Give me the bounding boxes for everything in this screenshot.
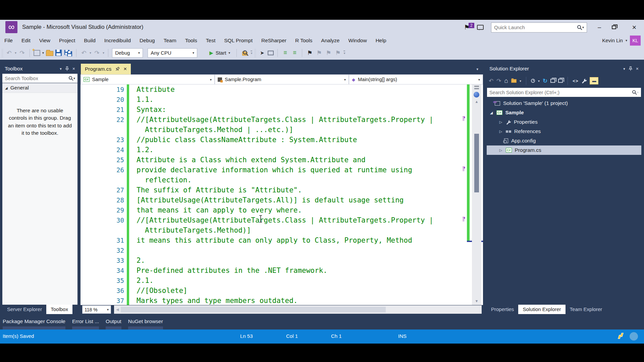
tree-item-program-cs[interactable]: ▷C#Program.cs bbox=[487, 145, 641, 155]
user-avatar[interactable]: KL bbox=[630, 36, 641, 46]
code-line[interactable]: 31it means this attribute can only apply… bbox=[80, 235, 483, 245]
find-in-files-icon[interactable] bbox=[240, 49, 249, 57]
notifications-flag-icon[interactable]: ⚑ 2 bbox=[464, 23, 470, 31]
panel-tab-error-list[interactable]: Error List ... bbox=[72, 318, 99, 324]
solution-explorer-pin-icon[interactable] bbox=[629, 66, 633, 71]
navigate-back-icon[interactable]: ↶ bbox=[5, 49, 13, 57]
toolbar-grip[interactable] bbox=[1, 49, 3, 57]
code-line[interactable]: 22//[AttributeUsage(AttributeTargets.Cla… bbox=[80, 115, 483, 125]
redo-icon[interactable]: ↷ bbox=[93, 49, 101, 57]
start-debug-button[interactable]: ▶ Start ▾ bbox=[207, 50, 233, 56]
menu-item-file[interactable]: File bbox=[0, 35, 17, 46]
toolbox-close-icon[interactable]: × bbox=[72, 66, 75, 71]
menu-item-project[interactable]: Project bbox=[55, 35, 79, 46]
se-preview-selected-items-button[interactable]: ▬ bbox=[590, 77, 598, 84]
solution-configuration-select[interactable]: Debug ▾ bbox=[112, 48, 143, 58]
menu-item-incredibuild[interactable]: Incredibuild bbox=[100, 35, 135, 46]
solution-explorer-search-input[interactable] bbox=[489, 90, 632, 95]
quick-launch-caret-icon[interactable]: ▾ bbox=[582, 25, 584, 29]
se-properties-icon[interactable] bbox=[581, 78, 587, 83]
code-editor[interactable]: 19Attribute201.1.21Syntax:22//[Attribute… bbox=[80, 84, 483, 305]
se-view-code-icon[interactable]: <> bbox=[573, 78, 578, 83]
open-file-icon[interactable] bbox=[46, 51, 53, 56]
scroll-down-icon[interactable]: ▼ bbox=[472, 299, 481, 303]
increase-indent-icon[interactable]: ≡ bbox=[291, 49, 298, 56]
status-character[interactable]: Ch 1 bbox=[331, 333, 342, 339]
se-home-icon[interactable]: ⌂ bbox=[504, 77, 508, 84]
se-pending-changes-filter-icon[interactable] bbox=[531, 79, 535, 83]
tab-list-caret-icon[interactable]: ▾ bbox=[476, 67, 478, 71]
code-line[interactable]: 332. bbox=[80, 255, 483, 265]
se-search-caret-icon[interactable]: ▾ bbox=[637, 90, 639, 94]
scroll-up-icon[interactable]: ▲ bbox=[472, 100, 481, 104]
code-line[interactable]: 352.1. bbox=[80, 276, 483, 286]
navigate-back-caret-icon[interactable]: ▾ bbox=[15, 51, 16, 55]
menu-item-window[interactable]: Window bbox=[344, 35, 371, 46]
clear-bookmarks-icon[interactable]: ⚑ bbox=[334, 49, 341, 57]
new-project-icon[interactable] bbox=[34, 50, 40, 56]
undo-caret-icon[interactable]: ▾ bbox=[90, 51, 91, 55]
toolbox-section-general[interactable]: ◢ General bbox=[2, 83, 77, 93]
code-snippet-box-icon[interactable] bbox=[268, 51, 274, 55]
menu-item-analyze[interactable]: Analyze bbox=[317, 35, 344, 46]
tab-program-cs[interactable]: Program.cs × bbox=[81, 64, 131, 74]
code-line[interactable]: AttributeTargets.Method | ...etc.)] bbox=[80, 125, 483, 135]
solution-explorer-search-box[interactable]: ▾ bbox=[487, 88, 641, 97]
menu-item-sql-prompt[interactable]: SQL Prompt bbox=[220, 35, 257, 46]
new-project-caret-icon[interactable]: ▾ bbox=[42, 51, 44, 55]
se-switch-views-icon[interactable] bbox=[511, 79, 517, 83]
code-line[interactable]: 21Syntax: bbox=[80, 105, 483, 115]
scroll-left-icon[interactable]: ◀ bbox=[114, 307, 121, 312]
undo-icon[interactable]: ↶ bbox=[80, 49, 88, 57]
code-line[interactable]: 30//[AttributeUsage(AttributeTargets.Cla… bbox=[80, 215, 483, 225]
quick-launch-box[interactable]: ▾ bbox=[491, 22, 587, 33]
redo-caret-icon[interactable]: ▾ bbox=[103, 51, 104, 55]
toolbox-search-box[interactable]: ▾ bbox=[2, 74, 77, 83]
code-line[interactable]: AttributeTargets.Method)] bbox=[80, 225, 483, 235]
se-switch-views-caret-icon[interactable]: ▾ bbox=[520, 79, 521, 83]
se-forward-icon[interactable]: ↷ bbox=[496, 77, 501, 84]
navigate-forward-icon[interactable]: ↷ bbox=[18, 49, 26, 57]
solution-explorer-menu-caret-icon[interactable]: ▾ bbox=[623, 67, 625, 71]
panel-tab-output[interactable]: Output bbox=[106, 318, 121, 324]
nav-type-select[interactable]: Sample.Program ▾ bbox=[215, 74, 349, 84]
previous-bookmark-icon[interactable]: ⚑ bbox=[315, 49, 323, 57]
collapsed-arrow-icon[interactable]: ▷ bbox=[499, 148, 503, 153]
se-refresh-icon[interactable]: ↻ bbox=[543, 77, 547, 84]
code-line[interactable]: 37Marks types and type members outdated. bbox=[80, 296, 483, 305]
menu-item-debug[interactable]: Debug bbox=[135, 35, 159, 46]
panel-tab-nuget-browser[interactable]: NuGet browser bbox=[128, 318, 163, 324]
toolbar-overflow-icon[interactable]: ▾ bbox=[343, 51, 345, 55]
nav-project-select[interactable]: C# Sample ▾ bbox=[80, 74, 215, 84]
menu-item-edit[interactable]: Edit bbox=[17, 35, 35, 46]
dock-tab-solution-explorer[interactable]: Solution Explorer bbox=[518, 305, 565, 314]
tab-close-icon[interactable]: × bbox=[123, 66, 127, 72]
minimize-button[interactable]: – bbox=[594, 24, 604, 31]
tree-item-references[interactable]: ▷References bbox=[487, 127, 641, 136]
restore-button[interactable] bbox=[612, 25, 622, 29]
save-icon[interactable] bbox=[55, 50, 62, 56]
status-line[interactable]: Ln 53 bbox=[240, 333, 253, 339]
select-pointer-icon[interactable]: ➤ bbox=[258, 50, 266, 56]
menu-item-resharper[interactable]: ReSharper bbox=[257, 35, 291, 46]
menu-item-team[interactable]: Team bbox=[159, 35, 181, 46]
start-caret-icon[interactable]: ▾ bbox=[228, 51, 230, 55]
user-name[interactable]: Kevin Lin bbox=[602, 38, 623, 43]
save-all-icon[interactable] bbox=[64, 49, 72, 57]
code-line[interactable]: 241.2. bbox=[80, 145, 483, 155]
tree-item-app-config[interactable]: App.config bbox=[487, 136, 641, 145]
se-filter-caret-icon[interactable]: ▾ bbox=[538, 79, 540, 83]
menu-item-view[interactable]: View bbox=[35, 35, 55, 46]
toolbar-grip-2[interactable] bbox=[254, 49, 256, 57]
vertical-scroll-thumb[interactable] bbox=[474, 134, 479, 192]
menu-item-r-tools[interactable]: R Tools bbox=[291, 35, 317, 46]
scrollbar-map-toggle-icon[interactable] bbox=[474, 92, 479, 98]
code-line[interactable]: 19Attribute bbox=[80, 84, 483, 95]
dock-tab-team-explorer[interactable]: Team Explorer bbox=[566, 305, 607, 314]
close-button[interactable]: × bbox=[629, 23, 639, 32]
editor-split-handle[interactable] bbox=[474, 86, 479, 89]
toolbox-menu-caret-icon[interactable]: ▾ bbox=[60, 67, 62, 71]
collapsed-arrow-icon[interactable]: ▷ bbox=[499, 129, 503, 134]
code-line[interactable]: 29that means it can apply to every where… bbox=[80, 205, 483, 215]
tree-item-solution-sample-1-project[interactable]: Solution 'Sample' (1 project) bbox=[487, 99, 641, 108]
